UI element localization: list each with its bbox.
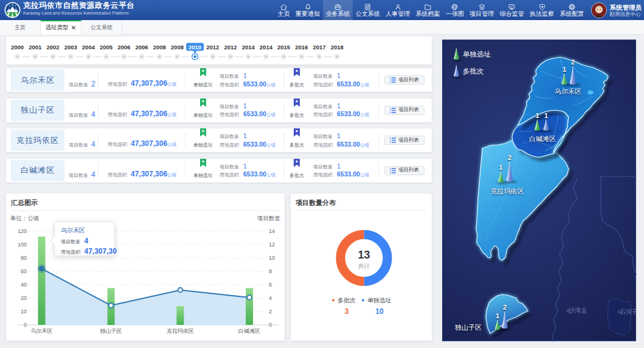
marker-count: 1 — [535, 112, 539, 119]
nav-item-9[interactable]: 综合监管 — [497, 0, 527, 20]
left-tick-label: 120 — [18, 228, 27, 234]
map-region-kelamayi[interactable] — [476, 141, 572, 265]
nav-item-label: 人事管理 — [386, 10, 410, 18]
nav-item-label: 主页 — [278, 10, 290, 18]
multi-batch-block: 多批次 — [283, 68, 310, 88]
single-select-block: 单独选址 — [190, 99, 216, 119]
legend-dot — [362, 299, 364, 302]
year-label: 2017 — [313, 44, 325, 50]
timeline-year-2008[interactable]: 2008 — [171, 44, 184, 59]
area-unit: 公顷 — [266, 82, 275, 88]
marker-count: 1 — [544, 112, 548, 119]
map-marker-blue[interactable] — [453, 65, 463, 78]
user-box[interactable]: 系统管理员 勘测信息中心 — [591, 0, 642, 20]
project-list-button[interactable]: 项目列表 — [384, 166, 424, 175]
timeline-year-2006[interactable]: 2006 — [117, 44, 130, 59]
nav-item-6[interactable]: 系统档案 — [413, 0, 443, 20]
nav-item-10[interactable]: 执法监察 — [527, 0, 556, 20]
donut-total: 13 — [358, 249, 370, 261]
nav-item-5[interactable]: 人事管理 — [383, 0, 413, 20]
multi-batch-block: 多批次 — [283, 99, 310, 119]
tab-1[interactable]: 主页 — [0, 20, 41, 35]
project-list-label: 项目列表 — [398, 106, 419, 114]
district-card-3: 克拉玛依区项目数量4用地面积47,307,306公顷单独选址项目数量1用地面积6… — [6, 128, 432, 152]
year-dot-core — [140, 55, 142, 57]
project-count-label: 项目数量 — [313, 73, 333, 80]
legend-label: 多批次 — [338, 297, 356, 304]
nav-item-3[interactable]: 业务系统 — [323, 0, 353, 20]
tab-2[interactable]: 选址类型✕ — [41, 20, 81, 35]
map-marker-green[interactable] — [453, 48, 463, 61]
bookmark-icon — [200, 128, 206, 137]
region-shape — [476, 141, 569, 260]
project-count-label: 项目数量 — [220, 164, 239, 170]
line-point[interactable] — [247, 295, 252, 300]
bar-白碱滩区[interactable] — [246, 288, 253, 325]
donut-legend-2[interactable]: 单独选址10 — [362, 297, 392, 316]
single-select-label: 单独选址 — [190, 112, 216, 119]
land-area-label: 用地面积 — [313, 142, 333, 148]
year-timeline[interactable]: 2000200120022003200420052006200620082008… — [6, 37, 432, 64]
right-tick-label: 2 — [269, 308, 272, 315]
timeline-year-2008[interactable]: 2008 — [153, 44, 166, 59]
area-unit: 公顷 — [360, 82, 369, 88]
area-unit: 公顷 — [360, 112, 369, 118]
single-count-value: 1 — [243, 72, 247, 79]
bookmark-icon — [294, 99, 300, 107]
left-axis-name: 单位：公顷 — [10, 215, 40, 221]
single-count-value: 1 — [243, 162, 247, 170]
single-count-value: 1 — [243, 132, 247, 139]
project-count-label: 项目数量 — [69, 142, 88, 148]
land-area-label: 用地面积 — [220, 172, 239, 178]
nav-item-11[interactable]: 系统配置 — [557, 0, 587, 20]
nav-item-2[interactable]: 重要通知 — [293, 0, 322, 20]
timeline-year-2018[interactable]: 2018 — [331, 44, 344, 59]
line-point[interactable] — [178, 288, 183, 293]
district-map: 12乌尔禾区11白碱滩区12克拉玛依区12独山子区单独选址多批次沙湾县石河子 — [443, 40, 637, 342]
tab-3[interactable]: 公文系统 — [81, 20, 122, 35]
bar-克拉玛依区[interactable] — [176, 306, 184, 325]
timeline-year-2003[interactable]: 2003 — [64, 44, 77, 59]
donut-legend-1[interactable]: 多批次3 — [332, 297, 356, 316]
timeline-year-2012[interactable]: 2012 — [206, 44, 219, 59]
project-list-button[interactable]: 项目列表 — [384, 75, 424, 85]
timeline-year-2006[interactable]: 2006 — [135, 44, 148, 59]
district-project-count: 项目数量4 — [69, 138, 95, 149]
project-list-button[interactable]: 项目列表 — [384, 136, 424, 145]
timeline-year-2010[interactable]: 2010 — [186, 43, 204, 60]
land-area-label: 用地面积 — [108, 172, 127, 178]
project-count-label: 项目数量 — [220, 133, 239, 140]
map-region-dushanzi[interactable] — [486, 294, 531, 338]
nav-item-7[interactable]: 一张图 — [443, 0, 466, 20]
nav-item-4[interactable]: 公文系统 — [353, 0, 383, 20]
timeline-year-2012[interactable]: 2012 — [224, 44, 237, 59]
nav-item-1[interactable]: 主页 — [275, 0, 293, 20]
nav-item-label: 项目管理 — [469, 10, 494, 18]
area-unit: 公顷 — [167, 172, 176, 178]
nav-item-8[interactable]: 项目管理 — [467, 0, 497, 20]
legend-label: 单独选址 — [367, 297, 392, 304]
single-count-value: 1 — [243, 102, 247, 110]
bar-乌尔禾区[interactable] — [38, 237, 46, 325]
tab-label: 选址类型 — [46, 24, 69, 32]
line-point[interactable] — [109, 303, 114, 308]
timeline-year-2016[interactable]: 2016 — [295, 44, 308, 59]
neighbor-label: 石河子 — [620, 308, 637, 315]
multi-area-value: 6533.00 — [337, 170, 360, 178]
neighbor-region — [608, 299, 631, 335]
marker-count: 2 — [508, 154, 511, 161]
year-label: 2018 — [331, 44, 344, 50]
project-list-button[interactable]: 项目列表 — [384, 106, 424, 115]
tab-close-icon[interactable]: ✕ — [71, 24, 76, 31]
year-dot-core — [70, 55, 72, 57]
timeline-year-2000[interactable]: 2000 — [11, 44, 24, 59]
timeline-year-2002[interactable]: 2002 — [46, 44, 59, 59]
map-panel[interactable]: 12乌尔禾区11白碱滩区12克拉玛依区12独山子区单独选址多批次沙湾县石河子 — [442, 40, 636, 341]
bookmark-icon — [200, 99, 206, 107]
neighbor-boundary — [552, 178, 577, 342]
year-dot-core — [176, 55, 178, 57]
district-land-area: 用地面积47,307,306公顷 — [108, 77, 176, 88]
tooltip-title: 乌尔禾区 — [61, 226, 114, 234]
line-point-active[interactable] — [40, 266, 44, 271]
timeline-year-2017[interactable]: 2017 — [313, 44, 325, 59]
